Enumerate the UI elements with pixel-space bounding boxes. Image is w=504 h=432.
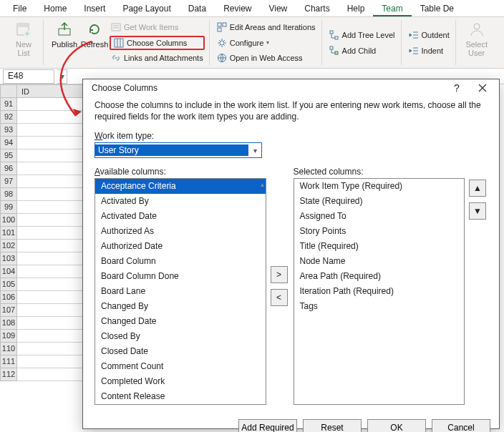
- grid-select-all[interactable]: [0, 84, 17, 98]
- list-item[interactable]: Activated Date: [95, 209, 266, 224]
- row-header[interactable]: 92: [0, 111, 17, 124]
- refresh-button[interactable]: Refresh: [79, 20, 110, 64]
- choose-columns-button[interactable]: Choose Columns: [110, 36, 205, 50]
- new-list-button[interactable]: New List: [9, 20, 39, 64]
- list-item[interactable]: Activated By: [95, 194, 266, 209]
- row-header[interactable]: 109: [0, 330, 17, 343]
- svg-point-9: [220, 41, 224, 45]
- ribbon-tab[interactable]: Charts: [296, 1, 338, 16]
- outdent-button[interactable]: Outdent: [407, 28, 451, 42]
- list-item[interactable]: Area Path (Required): [294, 269, 465, 284]
- add-required-button[interactable]: Add Required: [238, 419, 297, 432]
- row-header[interactable]: 108: [0, 317, 17, 330]
- row-header[interactable]: 104: [0, 265, 17, 278]
- edit-areas-button[interactable]: Edit Areas and Iterations: [215, 20, 317, 34]
- add-tree-level-button[interactable]: Add Tree Level: [328, 28, 397, 42]
- ribbon-tab[interactable]: Insert: [75, 1, 114, 16]
- list-item[interactable]: Assigned To: [294, 209, 465, 224]
- ribbon-tab[interactable]: View: [260, 1, 296, 16]
- close-button[interactable]: [472, 79, 493, 97]
- add-child-button[interactable]: Add Child: [328, 44, 397, 58]
- help-button[interactable]: ?: [446, 79, 467, 97]
- reset-button[interactable]: Reset: [303, 419, 362, 432]
- name-box-dropdown[interactable]: ▾: [57, 69, 67, 84]
- move-up-button[interactable]: ▲: [469, 180, 486, 197]
- list-item[interactable]: Comment Count: [95, 359, 266, 374]
- cancel-button[interactable]: Cancel: [432, 419, 490, 432]
- list-item[interactable]: Changed Date: [95, 314, 266, 329]
- row-header[interactable]: 102: [0, 240, 17, 252]
- row-header[interactable]: 111: [0, 355, 17, 368]
- ribbon-tab[interactable]: Data: [180, 1, 215, 16]
- list-item[interactable]: Closed Date: [95, 344, 266, 359]
- row-header[interactable]: 106: [0, 291, 17, 304]
- row-header[interactable]: 91: [0, 98, 17, 111]
- row-header[interactable]: 107: [0, 304, 17, 317]
- links-attachments-button[interactable]: Links and Attachments: [110, 51, 205, 66]
- ribbon-tab[interactable]: Help: [339, 1, 374, 16]
- list-item[interactable]: Tags: [294, 299, 465, 314]
- ribbon-tab[interactable]: File: [4, 1, 35, 16]
- ok-button[interactable]: OK: [367, 419, 426, 432]
- row-header[interactable]: 110: [0, 343, 17, 355]
- ribbon-tab[interactable]: Team: [373, 1, 411, 16]
- row-header[interactable]: 98: [0, 188, 17, 201]
- list-item[interactable]: Authorized As: [95, 224, 266, 239]
- selected-columns-label: Selected columns:: [294, 167, 465, 177]
- row-header[interactable]: 94: [0, 137, 17, 149]
- row-header[interactable]: 112: [0, 368, 17, 381]
- list-item[interactable]: Node Name: [294, 254, 465, 269]
- dialog-buttons: Add Required Reset OK Cancel: [83, 413, 499, 432]
- list-item[interactable]: Board Lane: [95, 284, 266, 299]
- available-columns-list[interactable]: ▴ Acceptance CriteriaActivated ByActivat…: [94, 178, 266, 405]
- list-item[interactable]: Authorized Date: [95, 239, 266, 254]
- work-item-type-combo[interactable]: User Story ▾: [94, 142, 262, 158]
- move-down-button[interactable]: ▼: [469, 202, 486, 220]
- row-header[interactable]: 97: [0, 175, 17, 188]
- list-item[interactable]: Changed By: [95, 299, 266, 314]
- publish-button[interactable]: Publish: [49, 20, 79, 64]
- row-header[interactable]: 96: [0, 162, 17, 175]
- list-item[interactable]: Board Column Done: [95, 269, 266, 284]
- open-web-label: Open in Web Access: [230, 54, 303, 62]
- ribbon-tabs: FileHomeInsertPage LayoutDataReviewViewC…: [0, 0, 504, 17]
- list-item[interactable]: Title (Required): [294, 239, 465, 254]
- globe-icon: [217, 53, 227, 63]
- select-user-button[interactable]: Select User: [462, 20, 492, 64]
- row-header[interactable]: 105: [0, 278, 17, 291]
- list-item[interactable]: State (Required): [294, 194, 465, 209]
- list-item[interactable]: Work Item Type (Required): [294, 179, 465, 194]
- name-box[interactable]: E48: [3, 69, 54, 84]
- ribbon-tab[interactable]: Home: [35, 1, 75, 16]
- add-child-icon: [329, 46, 339, 56]
- row-header[interactable]: 95: [0, 149, 17, 162]
- list-item[interactable]: Completed Work: [95, 374, 266, 389]
- list-item[interactable]: Iteration Path (Required): [294, 284, 465, 299]
- ribbon-tab[interactable]: Review: [215, 1, 260, 16]
- publish-icon: [55, 20, 74, 39]
- indent-button[interactable]: Indent: [407, 44, 451, 58]
- row-header[interactable]: 101: [0, 227, 17, 240]
- svg-rect-12: [335, 36, 338, 39]
- list-item[interactable]: Closed By: [95, 329, 266, 344]
- svg-rect-11: [330, 31, 333, 34]
- get-work-items-icon: [111, 22, 121, 32]
- ribbon-tab[interactable]: Page Layout: [114, 1, 179, 16]
- list-item[interactable]: Board Column: [95, 254, 266, 269]
- list-item[interactable]: Acceptance Criteria: [95, 179, 266, 194]
- get-work-items-button[interactable]: Get Work Items: [110, 20, 205, 34]
- selected-columns-list[interactable]: Work Item Type (Required)State (Required…: [294, 178, 465, 405]
- row-header[interactable]: 103: [0, 252, 17, 265]
- move-left-button[interactable]: <: [271, 289, 288, 306]
- configure-button[interactable]: Configure ▾: [215, 36, 317, 50]
- row-header[interactable]: 99: [0, 201, 17, 214]
- ribbon-tab[interactable]: Table De: [412, 1, 462, 16]
- list-item[interactable]: Content Release: [95, 389, 266, 404]
- dialog-titlebar: Choose Columns ?: [83, 79, 499, 97]
- list-item[interactable]: Story Points: [294, 224, 465, 239]
- move-right-button[interactable]: >: [271, 266, 288, 283]
- svg-rect-1: [17, 24, 29, 27]
- open-web-button[interactable]: Open in Web Access: [215, 51, 317, 65]
- row-header[interactable]: 93: [0, 124, 17, 137]
- row-header[interactable]: 100: [0, 214, 17, 227]
